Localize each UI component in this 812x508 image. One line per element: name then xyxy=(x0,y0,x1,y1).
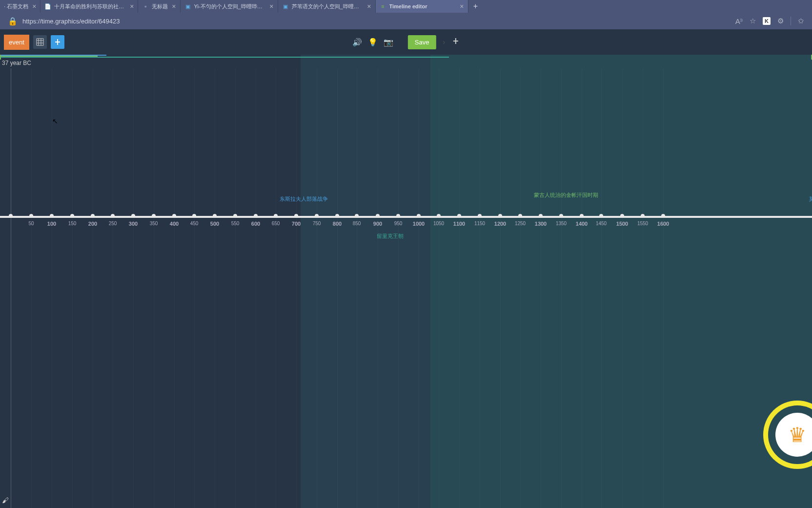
gridline xyxy=(378,68,378,508)
gridline xyxy=(582,68,582,508)
camera-icon[interactable]: 📷 xyxy=(384,38,393,47)
gridline xyxy=(215,68,215,508)
timeline-icon xyxy=(54,38,61,46)
axis-tick-label: 900 xyxy=(373,221,382,227)
axis-tick xyxy=(641,214,645,218)
tab-title: 无标题 xyxy=(152,3,168,10)
axis-tick xyxy=(50,214,54,218)
axis-tick xyxy=(437,214,441,218)
axis-tick xyxy=(478,214,482,218)
axis-tick-label: 400 xyxy=(170,221,179,227)
axis-tick-label: 1350 xyxy=(556,221,567,226)
grid-icon xyxy=(36,38,44,46)
gridline xyxy=(72,68,73,508)
extensions-icon[interactable]: ⚙ xyxy=(777,17,784,25)
close-icon[interactable]: × xyxy=(367,2,371,10)
axis-tick xyxy=(131,214,135,218)
event-range-rurik[interactable] xyxy=(0,57,449,58)
tab-3[interactable]: ▣ Yi-不匀的个人空间_哔哩哔哩_bi × xyxy=(181,0,278,13)
axis-tick xyxy=(355,214,359,218)
axis-tick-label: 250 xyxy=(109,221,117,226)
event-label[interactable]: 留里克王朝 xyxy=(377,233,404,240)
timeline-view-button[interactable] xyxy=(51,35,64,49)
axis-tick-label: 100 xyxy=(47,221,56,227)
new-tab-button[interactable]: + xyxy=(468,0,483,13)
close-icon[interactable]: × xyxy=(269,2,273,10)
gridline xyxy=(256,68,256,508)
axis-tick xyxy=(599,214,603,218)
table-view-button[interactable] xyxy=(33,35,47,49)
axis-tick-label: 1150 xyxy=(474,221,485,226)
address-actions: A)) ☆ K ⚙ ✩ xyxy=(735,17,808,25)
axis-tick xyxy=(661,214,665,218)
brush-tool-icon[interactable]: 🖌 xyxy=(2,496,9,504)
tab-5[interactable]: ≡ Timeline editor × xyxy=(376,0,468,13)
tab-2[interactable]: ▫ 无标题 × xyxy=(138,0,180,13)
gridline xyxy=(398,68,399,508)
gridline xyxy=(500,68,501,508)
axis-tick xyxy=(233,214,237,218)
axis-tick xyxy=(315,214,319,218)
gridline xyxy=(601,68,602,508)
event-label-partial[interactable]: 莫 xyxy=(809,195,812,203)
axis-tick-label: 1550 xyxy=(637,221,648,226)
axis-tick-label: 1050 xyxy=(433,221,444,226)
bilibili-icon: ▣ xyxy=(184,3,191,10)
lock-icon[interactable]: 🔒 xyxy=(8,17,18,26)
timeline-axis[interactable]: 5010015020025030035040045050055060065070… xyxy=(0,216,812,218)
axis-tick xyxy=(335,214,339,218)
crown-icon: ♛ xyxy=(788,423,807,447)
event-label[interactable]: 蒙古人统治的金帐汗国时期 xyxy=(534,191,598,199)
close-icon[interactable]: × xyxy=(130,2,134,10)
gridline xyxy=(52,68,52,508)
gridline xyxy=(296,68,297,508)
gridline xyxy=(480,68,480,508)
lightbulb-icon[interactable]: 💡 xyxy=(368,38,378,47)
event-label[interactable]: 东斯拉夫人部落战争 xyxy=(280,195,328,203)
axis-tick-label: 1100 xyxy=(453,221,465,227)
tab-title: Timeline editor xyxy=(389,3,456,9)
close-icon[interactable]: × xyxy=(460,2,464,10)
cursor-year-label: 37 year BC xyxy=(2,60,31,66)
axis-tick-label: 600 xyxy=(251,221,260,227)
close-icon[interactable]: × xyxy=(172,2,176,10)
axis-tick xyxy=(417,214,421,218)
axis-tick-label: 1500 xyxy=(616,221,628,227)
axis-tick-label: 500 xyxy=(210,221,219,227)
gridline xyxy=(643,68,643,508)
gridline xyxy=(520,68,521,508)
axis-tick xyxy=(213,214,217,218)
gridline xyxy=(561,68,562,508)
favorite-icon[interactable]: ☆ xyxy=(750,17,756,25)
axis-tick-label: 300 xyxy=(129,221,138,227)
tab-title: 十月革命的胜利与苏联的社会主 xyxy=(54,3,126,10)
add-event-button[interactable]: event xyxy=(4,35,29,50)
url-text[interactable]: https://time.graphics/editor/649423 xyxy=(22,18,735,25)
gridline xyxy=(419,68,419,508)
axis-tick xyxy=(254,214,258,218)
axis-tick-label: 700 xyxy=(292,221,301,227)
tab-0[interactable]: · 石墨文档 × xyxy=(0,0,41,13)
extension-k-icon[interactable]: K xyxy=(763,17,771,25)
gridline xyxy=(317,68,317,508)
axis-tick-label: 950 xyxy=(394,221,403,226)
doc-icon: 📄 xyxy=(44,3,51,10)
timeline-canvas[interactable]: 37 year BC 东斯拉夫人部落战争 蒙古人统治的金帐汗国时期 莫 5010… xyxy=(0,55,812,508)
premium-badge[interactable]: ♛ xyxy=(763,401,812,469)
gridline xyxy=(276,68,276,508)
axis-tick xyxy=(111,214,115,218)
tab-1[interactable]: 📄 十月革命的胜利与苏联的社会主 × xyxy=(41,0,138,13)
sound-icon[interactable]: 🔊 xyxy=(352,38,362,47)
axis-tick xyxy=(152,214,156,218)
tab-4[interactable]: ▣ 芦苇语文的个人空间_哔哩哔哩_b × xyxy=(278,0,376,13)
read-aloud-icon[interactable]: A)) xyxy=(735,17,743,25)
timeline-icon: ≡ xyxy=(380,3,386,10)
publish-icon[interactable] xyxy=(452,37,460,47)
gridline xyxy=(93,68,93,508)
save-button[interactable]: Save xyxy=(408,35,436,49)
close-icon[interactable]: × xyxy=(32,2,36,10)
tab-title: · 石墨文档 xyxy=(4,3,28,10)
axis-tick xyxy=(396,214,400,218)
collections-icon[interactable]: ✩ xyxy=(798,17,804,25)
gridline xyxy=(541,68,541,508)
